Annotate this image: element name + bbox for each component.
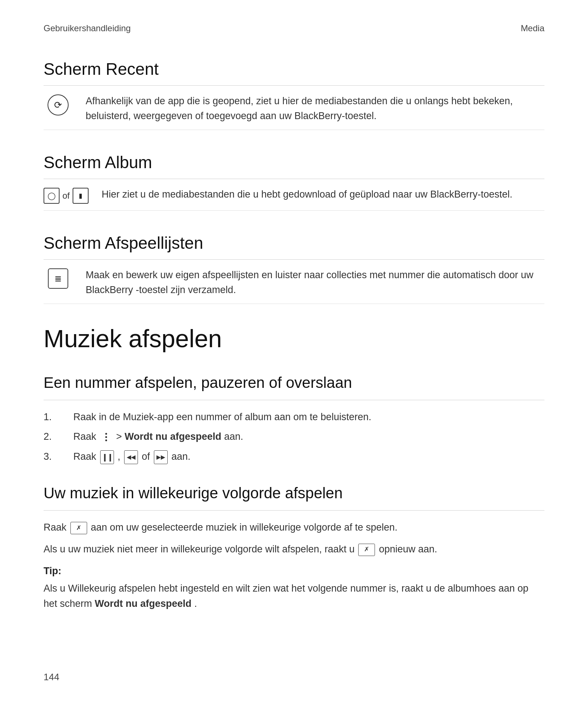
body2-text: Als u uw muziek niet meer in willekeurig…: [44, 544, 355, 555]
willekeurige-body1: Raak ✗ aan om uw geselecteerde muziek in…: [44, 520, 544, 535]
step-2-num: 2.: [44, 429, 62, 444]
scherm-recent-section: Scherm Recent ⟳ Afhankelijk van de app d…: [44, 57, 544, 130]
album-icon-cell: ◯ of ▮: [44, 188, 89, 204]
tip-label: Tip:: [44, 564, 544, 579]
tip-bold: Wordt nu afgespeeld: [95, 598, 192, 609]
step-2-end: aan.: [224, 431, 243, 442]
afspeellijsten-icon-cell: ≣: [44, 268, 73, 289]
step-2-text: Raak > Wordt nu afgespeeld aan.: [73, 429, 544, 444]
recent-icon-cell: ⟳: [44, 94, 73, 115]
next-icon: ▶▶: [154, 450, 168, 464]
sub-divider-willekeurige: [44, 510, 544, 511]
een-nummer-sub-section: Een nummer afspelen, pauzeren of oversla…: [44, 371, 544, 464]
shuffle-icon-2: ✗: [358, 544, 375, 556]
dot-3: [105, 439, 107, 441]
steps-list: 1. Raak in de Muziek-app een nummer of a…: [44, 410, 544, 464]
previous-icon: ◀◀: [124, 450, 138, 464]
shuffle-icon-1: ✗: [70, 522, 87, 534]
header-left-text: Gebruikershandleiding: [44, 22, 131, 35]
body1-raak: Raak: [44, 522, 66, 533]
body2-after: opnieuw aan.: [379, 544, 437, 555]
album-icons-group: ◯ of ▮: [44, 188, 89, 204]
page-number: 144: [44, 670, 59, 684]
tip-text-block: Als u Willekeurig afspelen hebt ingestel…: [44, 581, 544, 612]
afspeellijsten-icon: ≣: [48, 268, 68, 289]
menu-dots-icon: [100, 430, 113, 444]
step-2: 2. Raak > Wordt nu afgespeeld aan.: [44, 429, 544, 444]
step-3-end: aan.: [171, 451, 191, 462]
dot-1: [105, 433, 107, 435]
sub-divider-een-nummer: [44, 400, 544, 400]
album-of-text: of: [62, 189, 70, 202]
step-3: 3. Raak ❙❙ , ◀◀ of ▶▶ aan.: [44, 449, 544, 464]
step-1-text: Raak in de Muziek-app een nummer of albu…: [73, 410, 544, 425]
body1-after: aan om uw geselecteerde muziek in willek…: [91, 522, 397, 533]
scherm-afspeellijsten-description: Maak en bewerk uw eigen afspeellijsten e…: [86, 268, 544, 297]
scherm-afspeellijsten-row: ≣ Maak en bewerk uw eigen afspeellijsten…: [44, 260, 544, 304]
step-1-num: 1.: [44, 410, 62, 425]
recent-icon: ⟳: [48, 94, 69, 115]
step-2-arrow: >: [116, 431, 124, 442]
page-header: Gebruikershandleiding Media: [44, 22, 544, 35]
scherm-album-row: ◯ of ▮ Hier ziet u de mediabestanden die…: [44, 179, 544, 211]
step-3-comma: ,: [118, 451, 123, 462]
step-3-text: Raak ❙❙ , ◀◀ of ▶▶ aan.: [73, 449, 544, 464]
dot-2: [105, 436, 107, 438]
muziek-afspelen-title: Muziek afspelen: [44, 324, 544, 354]
willekeurige-sub-section: Uw muziek in willekeurige volgorde afspe…: [44, 482, 544, 612]
scherm-recent-description: Afhankelijk van de app die is geopend, z…: [86, 94, 544, 123]
album-icon-photo: ◯: [44, 188, 60, 204]
scherm-album-description: Hier ziet u de mediabestanden die u hebt…: [102, 187, 544, 202]
willekeurige-title: Uw muziek in willekeurige volgorde afspe…: [44, 482, 544, 507]
header-right-text: Media: [521, 22, 544, 35]
album-icon-video: ▮: [73, 188, 89, 204]
willekeurige-body2: Als u uw muziek niet meer in willekeurig…: [44, 542, 544, 557]
step-3-of: of: [142, 451, 153, 462]
pause-icon: ❙❙: [100, 450, 114, 464]
step-3-raak: Raak: [73, 451, 96, 462]
scherm-recent-title: Scherm Recent: [44, 57, 544, 85]
step-1: 1. Raak in de Muziek-app een nummer of a…: [44, 410, 544, 425]
scherm-album-section: Scherm Album ◯ of ▮ Hier ziet u de media…: [44, 150, 544, 211]
scherm-afspeellijsten-title: Scherm Afspeellijsten: [44, 231, 544, 259]
scherm-afspeellijsten-section: Scherm Afspeellijsten ≣ Maak en bewerk u…: [44, 231, 544, 304]
tip-end: .: [194, 598, 197, 609]
scherm-recent-row: ⟳ Afhankelijk van de app die is geopend,…: [44, 86, 544, 130]
scherm-album-title: Scherm Album: [44, 150, 544, 179]
een-nummer-title: Een nummer afspelen, pauzeren of oversla…: [44, 371, 544, 397]
step-3-num: 3.: [44, 449, 62, 464]
step-2-bold: Wordt nu afgespeeld: [124, 431, 221, 442]
step-2-raak: Raak: [73, 431, 96, 442]
